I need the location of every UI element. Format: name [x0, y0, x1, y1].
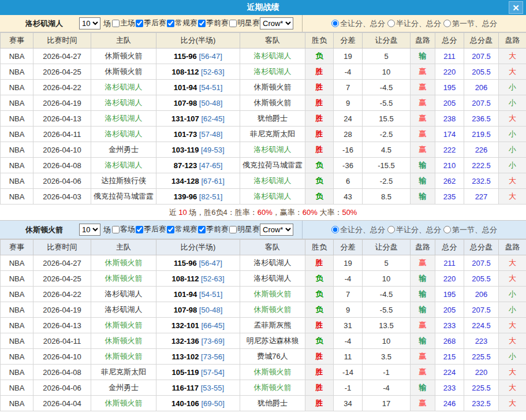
checkbox-input[interactable] [229, 20, 237, 27]
games-count-select[interactable]: 10 [79, 224, 100, 236]
diff-cell: -1 [334, 380, 363, 396]
close-icon[interactable]: ✕ [509, 1, 523, 14]
over-under-cell: 大 [499, 49, 526, 64]
over-under-cell: 小 [499, 349, 526, 365]
home-team-cell: 俄克拉荷马城雷霆 [91, 189, 156, 205]
date-cell: 2026-04-06 [33, 380, 91, 396]
column-header: 让分盘 [363, 33, 411, 49]
results-table: 赛事比赛时间主队比分(半场)客队胜负分差让分盘盘路总分总分盘盘路 NBA2026… [0, 32, 526, 205]
odds-type-radio[interactable]: 第一节、总分 [443, 225, 497, 235]
diff-cell: -14 [334, 365, 363, 380]
odds-type-radio[interactable]: 第一节、总分 [443, 18, 497, 29]
result-cell: 负 [305, 189, 334, 205]
team-name: 洛杉矶湖人 [25, 18, 63, 29]
diff-cell: 9 [334, 95, 363, 111]
table-row: NBA2026-04-11休斯顿火箭132-136 [73-69]明尼苏达森林狼… [1, 333, 526, 349]
column-header: 总分 [435, 240, 464, 255]
away-team-cell: 孟菲斯灰熊 [240, 318, 305, 333]
result-cell: 负 [305, 158, 334, 173]
odds-type-radio[interactable]: 半让分、总分 [387, 225, 441, 235]
filter-checkbox[interactable]: 季前赛 [197, 224, 229, 235]
total-line-cell: 225.5 [464, 349, 499, 365]
result-cell: 胜 [305, 111, 334, 127]
checkbox-input[interactable] [167, 20, 174, 27]
handicap-line-cell: -2.5 [363, 173, 411, 189]
column-header: 盘路 [499, 33, 526, 49]
date-cell: 2026-04-25 [33, 271, 91, 287]
radio-input[interactable] [443, 20, 451, 27]
odds-type-radio[interactable]: 全让分、总分 [331, 18, 385, 29]
total-line-cell: 223 [464, 333, 499, 349]
handicap-line-cell: 3.5 [363, 349, 411, 365]
date-cell: 2026-04-08 [33, 158, 91, 173]
league-cell: NBA [1, 173, 33, 189]
result-cell: 胜 [305, 380, 334, 396]
checkbox-input[interactable] [136, 226, 143, 233]
date-cell: 2026-04-19 [33, 302, 91, 318]
checkbox-input[interactable] [112, 20, 120, 27]
radio-input[interactable] [387, 226, 395, 233]
filter-checkbox[interactable]: 季后赛 [135, 224, 166, 235]
checkbox-input[interactable] [198, 20, 206, 27]
diff-cell: 11 [334, 349, 363, 365]
source-select[interactable]: Crow* [260, 17, 293, 29]
total-cell: 195 [435, 287, 464, 302]
filter-bar: 休斯顿火箭 10 场 客场季后赛常规赛季前赛明星赛 Crow* 全让分、总分半让… [0, 221, 526, 239]
checkbox-input[interactable] [112, 226, 120, 233]
recent-results-panel: 近期战绩 ✕ 洛杉矶湖人 10 场 主场季后赛常规赛季前赛明星赛 Crow* 全… [0, 0, 526, 420]
score-cell: 113-102 [73-56] [156, 349, 240, 365]
date-cell: 2026-04-25 [33, 64, 91, 80]
diff-cell: -36 [334, 158, 363, 173]
radio-input[interactable] [443, 226, 451, 233]
summary-text: 50% [342, 208, 357, 217]
checkbox-input[interactable] [229, 226, 237, 233]
total-cell: 220 [435, 271, 464, 287]
radio-input[interactable] [331, 226, 339, 233]
league-cell: NBA [1, 64, 33, 80]
filter-checkbox[interactable]: 明星赛 [229, 224, 260, 235]
odds-type-radio[interactable]: 半让分、总分 [387, 18, 441, 29]
column-header: 让分盘 [363, 240, 411, 255]
home-team-cell: 菲尼克斯太阳 [91, 365, 156, 380]
radio-input[interactable] [331, 20, 339, 27]
score-cell: 115-96 [56-47] [156, 255, 240, 271]
diff-cell: 7 [334, 287, 363, 302]
checkbox-input[interactable] [167, 226, 174, 233]
games-count-select[interactable]: 10 [79, 17, 100, 29]
score-cell: 105-119 [57-54] [156, 365, 240, 380]
filter-checkbox[interactable]: 客场 [111, 224, 135, 235]
home-team-cell: 达拉斯独行侠 [91, 173, 156, 189]
checkbox-input[interactable] [198, 226, 206, 233]
checkbox-input[interactable] [136, 20, 143, 27]
league-cell: NBA [1, 142, 33, 158]
away-team-cell: 休斯顿火箭 [240, 380, 305, 396]
result-cell: 胜 [305, 80, 334, 95]
filter-checkbox[interactable]: 季前赛 [197, 18, 229, 28]
league-cell: NBA [1, 349, 33, 365]
handicap-result-cell: 输 [411, 333, 435, 349]
total-line-cell: 205.5 [464, 64, 499, 80]
odds-type-radio[interactable]: 全让分、总分 [331, 225, 385, 235]
column-header: 胜负 [305, 240, 334, 255]
league-cell: NBA [1, 127, 33, 142]
column-header: 赛事 [1, 33, 33, 49]
column-header: 分差 [334, 33, 363, 49]
filter-checkbox[interactable]: 常规赛 [166, 18, 197, 28]
handicap-line-cell: 10 [363, 333, 411, 349]
filter-checkbox[interactable]: 季后赛 [135, 18, 166, 28]
over-under-cell: 大 [499, 380, 526, 396]
score-cell: 132-136 [73-69] [156, 333, 240, 349]
handicap-line-cell: 15.5 [363, 111, 411, 127]
filter-checkbox[interactable]: 明星赛 [229, 18, 260, 28]
source-select[interactable]: Crow* [260, 224, 293, 236]
radio-input[interactable] [387, 20, 395, 27]
home-team-cell: 洛杉矶湖人 [91, 302, 156, 318]
score-cell: 115-96 [56-47] [156, 49, 240, 64]
summary-text: 大率： [318, 207, 342, 218]
diff-cell: 9 [334, 302, 363, 318]
titlebar: 近期战绩 ✕ [0, 0, 526, 15]
filter-checkbox[interactable]: 主场 [111, 18, 135, 28]
column-header: 总分 [435, 33, 464, 49]
summary-text: 场，胜6负4：胜率： [187, 207, 258, 218]
filter-checkbox[interactable]: 常规赛 [166, 224, 197, 235]
